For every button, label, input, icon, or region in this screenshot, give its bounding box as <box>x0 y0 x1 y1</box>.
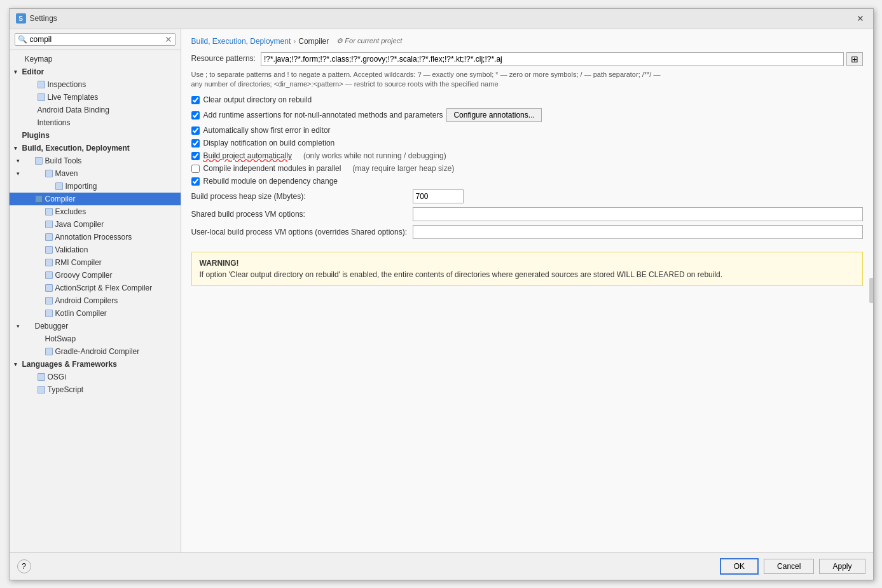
sidebar-item-osgi[interactable]: OSGi <box>10 371 181 383</box>
validation-label: Validation <box>55 245 88 254</box>
sidebar-item-importing[interactable]: Importing <box>10 180 181 193</box>
actionscript-compiler-label: ActionScript & Flex Compiler <box>55 284 153 292</box>
apply-button[interactable]: Apply <box>819 559 865 574</box>
groovy-compiler-label: Groovy Compiler <box>55 271 113 280</box>
resource-patterns-input[interactable] <box>261 52 844 66</box>
sidebar-item-maven[interactable]: ▾ Maven <box>10 167 181 180</box>
form-row-shared-vm: Shared build process VM options: <box>191 207 863 221</box>
sidebar-item-annotation-processors[interactable]: Annotation Processors <box>10 231 181 243</box>
title-bar: S Settings ✕ <box>10 9 873 29</box>
checkbox-display-notification[interactable] <box>191 139 200 147</box>
configure-annotations-button[interactable]: Configure annotations... <box>446 108 541 122</box>
sidebar-item-compiler[interactable]: Compiler <box>10 193 181 205</box>
inspections-label: Inspections <box>48 80 86 89</box>
sidebar-item-excludes[interactable]: Excludes <box>10 205 181 218</box>
label-rebuild-on-change: Rebuild module on dependency change <box>203 177 338 186</box>
shared-vm-input[interactable] <box>413 207 863 221</box>
resource-input-wrapper: ⊞ <box>261 52 863 66</box>
form-row-user-local-vm: User-local build process VM options (ove… <box>191 225 863 239</box>
inspections-icon <box>38 81 45 88</box>
checkbox-compile-parallel[interactable] <box>191 165 200 173</box>
sidebar-item-build-execution[interactable]: ▾ Build, Execution, Deployment <box>10 142 181 154</box>
breadcrumb-link[interactable]: Build, Execution, Deployment <box>191 37 291 46</box>
resource-browse-button[interactable]: ⊞ <box>846 52 863 66</box>
sidebar-item-validation[interactable]: Validation <box>10 243 181 256</box>
scroll-indicator <box>869 278 873 303</box>
label-show-first-error: Automatically show first error in editor <box>203 126 331 135</box>
kotlin-compiler-icon <box>45 310 53 317</box>
ok-button[interactable]: OK <box>720 558 759 575</box>
user-local-vm-input[interactable] <box>413 225 863 239</box>
groovy-compiler-icon <box>45 271 53 279</box>
sidebar-item-kotlin-compiler[interactable]: Kotlin Compiler <box>10 307 181 320</box>
validation-icon <box>45 246 53 254</box>
importing-label: Importing <box>65 182 97 191</box>
typescript-icon <box>38 386 45 393</box>
heap-size-label: Build process heap size (Mbytes): <box>191 192 408 201</box>
search-wrapper[interactable]: 🔍 ✕ <box>15 33 176 46</box>
cancel-button[interactable]: Cancel <box>764 559 814 574</box>
dialog-title: Settings <box>30 14 57 23</box>
importing-icon <box>55 182 63 190</box>
sidebar-item-groovy-compiler[interactable]: Groovy Compiler <box>10 269 181 282</box>
search-clear-button[interactable]: ✕ <box>165 35 172 44</box>
checkbox-row-clear-output: Clear output directory on rebuild <box>191 95 863 104</box>
sidebar-item-gradle-android-compiler[interactable]: Gradle-Android Compiler <box>10 345 181 358</box>
build-exec-label: Build, Execution, Deployment <box>22 144 130 153</box>
android-compilers-icon <box>45 297 53 304</box>
checkbox-row-add-runtime: Add runtime assertions for not-null-anno… <box>191 108 863 122</box>
sidebar-item-live-templates[interactable]: Live Templates <box>10 91 181 104</box>
sidebar-item-hotswap[interactable]: HotSwap <box>10 332 181 345</box>
resource-label: Resource patterns: <box>191 52 256 63</box>
checkbox-add-runtime[interactable] <box>191 111 200 120</box>
sidebar-item-editor[interactable]: ▾ Editor <box>10 65 181 78</box>
excludes-icon <box>45 208 53 215</box>
shared-vm-label: Shared build process VM options: <box>191 210 408 219</box>
search-input[interactable] <box>30 35 162 44</box>
sidebar-item-keymap[interactable]: Keymap <box>10 53 181 65</box>
sidebar-item-plugins[interactable]: Plugins <box>10 129 181 142</box>
sidebar: 🔍 ✕ Keymap ▾ Editor <box>10 29 181 552</box>
typescript-label: TypeScript <box>48 385 84 394</box>
sidebar-item-android-compilers[interactable]: Android Compilers <box>10 294 181 307</box>
checkbox-rebuild-on-change[interactable] <box>191 177 200 186</box>
breadcrumb-separator: › <box>293 37 296 46</box>
sidebar-item-rmi-compiler[interactable]: RMI Compiler <box>10 256 181 269</box>
app-icon: S <box>16 13 26 24</box>
checkbox-show-first-error[interactable] <box>191 126 200 135</box>
sidebar-item-languages-frameworks[interactable]: ▾ Languages & Frameworks <box>10 358 181 371</box>
checkbox-row-build-automatically: Build project automatically (only works … <box>191 151 863 160</box>
checkbox-clear-output[interactable] <box>191 96 200 104</box>
label-clear-output: Clear output directory on rebuild <box>203 95 312 104</box>
osgi-icon <box>38 373 45 381</box>
bottom-bar: ? OK Cancel Apply <box>10 552 873 580</box>
close-button[interactable]: ✕ <box>854 12 867 25</box>
label-build-automatically: Build project automatically <box>203 151 292 160</box>
hint-line1: Use ; to separate patterns and ! to nega… <box>191 71 661 78</box>
maven-label: Maven <box>55 169 78 178</box>
checkbox-row-show-first-error: Automatically show first error in editor <box>191 126 863 135</box>
annotation-processors-icon <box>45 233 53 241</box>
checkbox-row-display-notification: Display notification on build completion <box>191 139 863 147</box>
live-templates-icon <box>38 93 45 101</box>
help-button[interactable]: ? <box>17 559 31 573</box>
languages-frameworks-label: Languages & Frameworks <box>22 360 117 369</box>
sidebar-item-inspections[interactable]: Inspections <box>10 78 181 91</box>
sidebar-item-debugger[interactable]: ▾ Debugger <box>10 320 181 332</box>
maven-icon <box>45 170 53 177</box>
sidebar-item-actionscript-compiler[interactable]: ActionScript & Flex Compiler <box>10 282 181 294</box>
keymap-label: Keymap <box>25 55 53 64</box>
checkbox-build-automatically[interactable] <box>191 152 200 160</box>
sidebar-item-typescript[interactable]: TypeScript <box>10 383 181 396</box>
label-compile-parallel: Compile independent modules in parallel <box>203 164 341 173</box>
project-tag: ⚙ For current project <box>336 37 402 45</box>
sidebar-item-java-compiler[interactable]: Java Compiler <box>10 218 181 231</box>
sidebar-item-build-tools[interactable]: ▾ Build Tools <box>10 154 181 167</box>
sidebar-item-android-data-binding[interactable]: Android Data Binding <box>10 104 181 116</box>
checkbox-row-rebuild-on-change: Rebuild module on dependency change <box>191 177 863 186</box>
label-display-notification: Display notification on build completion <box>203 139 335 147</box>
annotation-processors-label: Annotation Processors <box>55 233 132 242</box>
breadcrumb: Build, Execution, Deployment › Compiler … <box>191 37 863 46</box>
heap-size-input[interactable] <box>413 189 464 203</box>
sidebar-item-intentions[interactable]: Intentions <box>10 116 181 129</box>
